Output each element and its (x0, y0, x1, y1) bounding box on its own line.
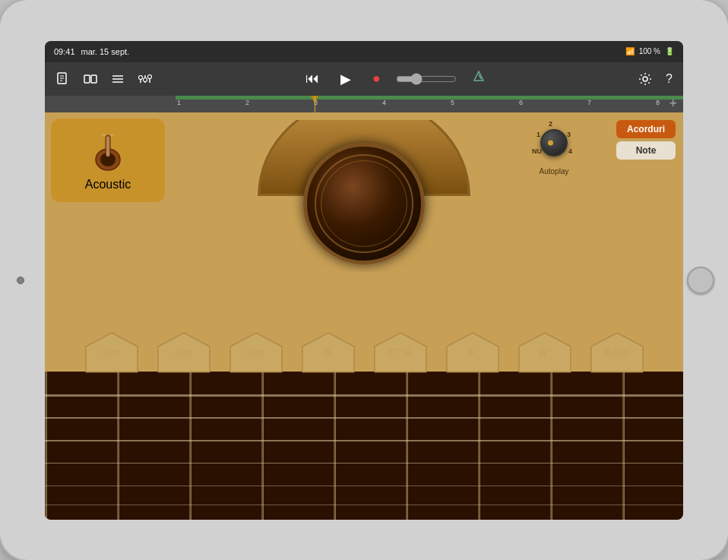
date: mar. 15 sept. (81, 47, 130, 56)
status-right: 📶 100 % 🔋 (625, 47, 674, 55)
svg-point-17 (643, 77, 647, 81)
view-button[interactable] (78, 68, 103, 90)
string-5 (45, 486, 683, 486)
chord-bdim-button[interactable]: Bdim (581, 330, 653, 375)
mode-buttons: Acorduri Note (616, 120, 676, 160)
svg-rect-4 (84, 75, 90, 83)
knob-indicator (548, 140, 553, 145)
home-button[interactable] (687, 267, 714, 294)
main-content: Acoustic 2 1 (45, 112, 683, 520)
toolbar-right: ? (634, 69, 677, 89)
record-button[interactable]: ● (366, 68, 387, 90)
mark-2: 2 (245, 99, 249, 106)
rewind-button[interactable]: ⏮ (299, 68, 325, 90)
string-2 (45, 417, 683, 419)
mark-8: 8 (656, 99, 660, 106)
instrument-panel[interactable]: Acoustic (51, 119, 165, 202)
add-track-button[interactable]: + (669, 96, 677, 112)
battery-level: 100 % (639, 47, 660, 55)
svg-marker-15 (474, 71, 483, 81)
string-6 (45, 505, 683, 505)
tracks-button[interactable] (106, 68, 130, 90)
ruler: 1 2 3 4 5 6 7 8 + (176, 96, 683, 112)
time: 09:41 (54, 47, 75, 56)
wifi-icon: 📶 (625, 47, 635, 55)
svg-rect-20 (106, 135, 110, 157)
svg-point-14 (148, 74, 152, 78)
green-progress-bar (176, 96, 683, 100)
instrument-name: Acoustic (85, 178, 131, 191)
timeline-ruler: 1 2 3 4 5 6 7 8 + (45, 96, 683, 112)
help-button[interactable]: ? (661, 69, 677, 89)
mixer-button[interactable] (133, 68, 157, 90)
svg-rect-21 (102, 134, 106, 136)
svg-point-10 (139, 75, 143, 79)
chord-g-button[interactable]: G (292, 330, 364, 375)
autoplay-label: Autoplay (540, 167, 569, 176)
chord-em-button[interactable]: Em (75, 330, 147, 375)
transport-controls: ⏮ ▶ ● (160, 67, 631, 90)
knob-label-2: 2 (549, 120, 552, 128)
mark-5: 5 (451, 99, 454, 106)
toolbar: ⏮ ▶ ● ? (45, 62, 683, 96)
mark-7: 7 (587, 99, 591, 106)
acorduri-button[interactable]: Acorduri (616, 120, 676, 138)
note-button[interactable]: Note (616, 141, 676, 160)
settings-button[interactable] (634, 69, 657, 89)
guitar-icon (85, 129, 131, 175)
chord-dm-button[interactable]: Dm (220, 330, 292, 375)
chord-cm7e-button[interactable]: CM7/E (364, 330, 436, 375)
mark-1: 1 (177, 99, 181, 106)
chord-am-button[interactable]: Am (147, 330, 220, 375)
string-3 (45, 440, 683, 441)
autoplay-knob[interactable] (540, 129, 568, 157)
svg-rect-22 (110, 134, 114, 136)
guitar-soundhole (250, 120, 478, 272)
knob-label-nu: NU (532, 147, 542, 155)
autoplay-area: 2 1 3 NU 4 Autoplay (516, 120, 592, 181)
chord-f-button[interactable]: F (436, 330, 508, 375)
knob-label-1: 1 (537, 131, 540, 138)
battery-icon: 🔋 (665, 47, 674, 55)
screen: 09:41 mar. 15 sept. 📶 100 % 🔋 (45, 41, 683, 520)
svg-point-12 (144, 78, 147, 81)
chord-bb-button[interactable]: Bb (508, 330, 581, 375)
fretboard[interactable] (45, 372, 683, 520)
metronome-button[interactable] (466, 67, 492, 90)
play-button[interactable]: ▶ (334, 68, 357, 90)
new-song-button[interactable] (51, 68, 75, 90)
string-1 (45, 394, 683, 397)
status-left: 09:41 mar. 15 sept. (54, 47, 129, 56)
front-camera (17, 277, 24, 284)
status-bar: 09:41 mar. 15 sept. 📶 100 % 🔋 (45, 41, 683, 62)
ipad-frame: 09:41 mar. 15 sept. 📶 100 % 🔋 (0, 0, 728, 560)
playhead-line (315, 96, 315, 112)
mark-4: 4 (382, 99, 386, 106)
volume-slider[interactable] (396, 73, 457, 85)
chord-buttons-row: Em Am (45, 330, 683, 375)
autoplay-knob-container: 2 1 3 NU 4 (527, 120, 581, 166)
svg-rect-5 (91, 75, 97, 83)
knob-label-3: 3 (567, 131, 571, 138)
string-4 (45, 463, 683, 464)
mark-6: 6 (519, 99, 523, 106)
knob-label-4: 4 (568, 147, 572, 155)
